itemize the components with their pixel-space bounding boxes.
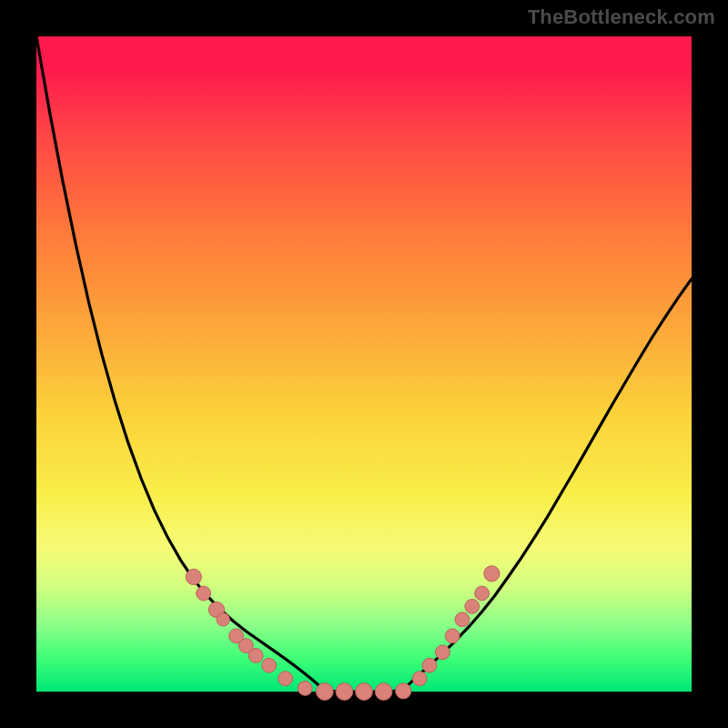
- data-marker: [316, 683, 333, 701]
- data-marker: [217, 613, 229, 626]
- data-marker: [298, 682, 312, 696]
- chart-frame: TheBottleneck.com: [0, 0, 728, 728]
- data-marker: [186, 569, 201, 584]
- data-marker: [465, 600, 480, 614]
- data-marker: [336, 683, 353, 701]
- data-marker: [484, 566, 500, 581]
- data-marker: [248, 649, 263, 663]
- data-marker: [412, 672, 427, 686]
- data-marker: [445, 629, 460, 643]
- data-marker: [475, 586, 490, 601]
- data-marker: [422, 658, 437, 672]
- data-marker: [356, 683, 373, 701]
- data-marker: [278, 672, 293, 686]
- plot-area: [36, 36, 692, 692]
- data-marker: [375, 683, 392, 701]
- data-marker: [455, 612, 470, 627]
- chart-svg: [36, 36, 692, 692]
- data-marker: [436, 645, 450, 660]
- data-marker: [197, 586, 211, 601]
- bottleneck-curve: [36, 36, 692, 692]
- data-marker: [396, 683, 411, 699]
- marker-group: [186, 566, 500, 701]
- data-marker: [262, 658, 277, 672]
- watermark-text: TheBottleneck.com: [528, 5, 715, 29]
